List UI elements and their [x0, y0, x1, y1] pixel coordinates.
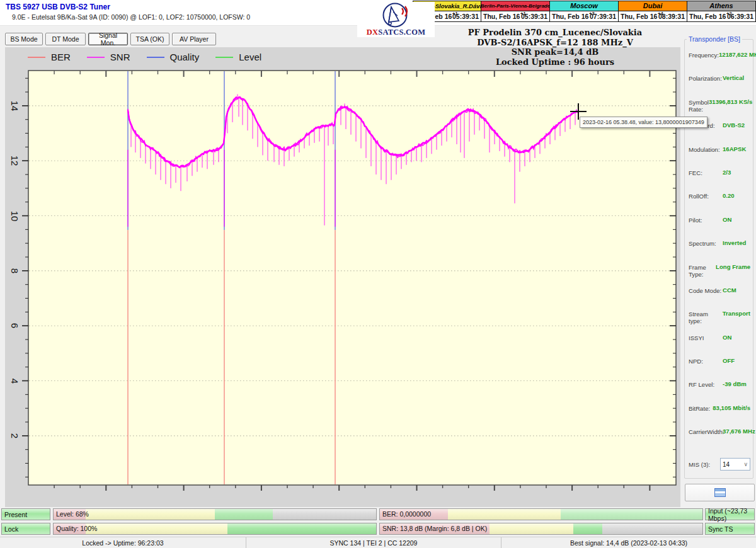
chart-title-line2: DVB-S2/16APSK_f=12 188 MHz_V: [435, 38, 675, 48]
legend-item-level: Level: [215, 52, 261, 62]
transponder-row-value: 0.20: [723, 192, 750, 199]
progress-bar-label: Quality: 100%: [56, 525, 97, 532]
chart-headline: PF Prodelin 370 cm_Lucenec/Slovakia DVB-…: [435, 28, 675, 67]
stream-list-button[interactable]: [685, 484, 755, 501]
transponder-row-label: Pilot:: [689, 216, 723, 224]
tab-av-player[interactable]: AV Player: [172, 33, 216, 45]
clock-city-label: Dubai: [619, 1, 687, 11]
clock-dubai: DubaiThu, Feb 16+408:39:31: [619, 1, 687, 22]
mis-label: MIS (3):: [689, 461, 720, 468]
transponder-row: NPD:OFF: [689, 357, 750, 380]
clock-time-row: Thu, Feb 16+408:39:31: [619, 11, 687, 21]
transponder-row-label: FEC:: [689, 169, 723, 176]
transponder-row-label: Modulation:: [689, 146, 723, 153]
transponder-row-label: Symbol Rate:: [689, 98, 709, 113]
transponder-row-label: Stream type:: [689, 310, 723, 324]
y-axis-tick-label: 2: [9, 426, 21, 445]
logo-wordmark: DXSATCS.COM: [367, 28, 425, 36]
transponder-row: Polarization:Vertical: [689, 74, 750, 98]
transponder-row-value: 16APSK: [723, 146, 750, 152]
transponder-row: FEC:2/3: [689, 169, 750, 192]
statusbar-uptime: Locked -> Uptime: 96:23:03: [0, 537, 246, 548]
progress-bar: Level: 68%: [53, 508, 377, 520]
clock-time-value: 08:39:31: [658, 13, 685, 20]
transponder-row-value: ON: [723, 216, 750, 223]
clock-berlin-paris-vienna-belgrade: Berlin-Paris-Vienna-BelgradeThu, Feb 16+…: [481, 1, 550, 22]
transponder-row: BitRate:83,105 Mbit/s: [689, 404, 750, 428]
satellite-dish-icon: [382, 2, 410, 28]
transponder-row-value: 83,105 Mbit/s: [713, 404, 750, 411]
transponder-row-label: CarrierWidth:: [689, 428, 723, 435]
legend-line-swatch: [28, 57, 45, 58]
clock-time-row: Thu, Feb 16+105:39:31: [481, 11, 549, 21]
transponder-row: RollOff:0.20: [689, 192, 750, 215]
transponder-row: Spectrum:Inverted: [689, 239, 750, 263]
clock-time-row: Thu, Feb 16+206:39:31: [687, 11, 755, 21]
transponder-group-title: Transponder [BS]: [687, 35, 742, 43]
dxsatcs-logo: DXSATCS.COM: [357, 2, 435, 37]
legend-item-snr: SNR: [87, 52, 130, 62]
legend-label: Quality: [170, 52, 200, 62]
y-axis-tick-label: 10: [9, 207, 21, 225]
clock-city-label: Athens: [687, 1, 755, 11]
clock-time-row: Thu, Feb 16+307:39:31: [550, 11, 618, 21]
progress-bar-label: Level: 68%: [56, 510, 89, 518]
clock-time-value: 05:39:31: [521, 13, 547, 20]
transponder-row-value: 2/3: [723, 169, 750, 176]
signal-status-bars: PresentLevel: 68%BER: 0,0000000Input (~2…: [0, 507, 756, 537]
chevron-down-icon: ∨: [743, 461, 748, 467]
transponder-row: Frame Type:Long Frame: [689, 263, 750, 287]
legend-label: SNR: [110, 52, 130, 62]
clock-time-value: 06:39:31: [727, 13, 753, 20]
transponder-row: Stream type:Transport: [689, 310, 750, 333]
progress-bar: Quality: 100%: [53, 523, 377, 535]
chart-legend: BERSNRQualityLevel: [28, 52, 261, 62]
statusbar: Locked -> Uptime: 96:23:03 SYNC 134 | TE…: [0, 537, 756, 548]
world-clocks: Lučenec-Slovakia_R.DávidThu, Feb 16+105:…: [413, 1, 756, 22]
clock-city-label: Berlin-Paris-Vienna-Belgrade: [481, 1, 549, 11]
signal-chart-panel: BERSNRQualityLevel 1412108642 2023-02-16…: [5, 47, 680, 507]
progress-bar-gloss: [54, 509, 376, 520]
transponder-row-label: Code Mode:: [689, 287, 723, 294]
transponder-row: RF Level:-39 dBm: [689, 380, 750, 404]
tab-dt-mode[interactable]: DT Mode: [45, 33, 86, 45]
y-axis-tick-label: 12: [9, 151, 21, 170]
status-badge-sync-ts: Sync TS: [705, 523, 755, 535]
transponder-row-label: Frame Type:: [689, 263, 716, 278]
y-axis-tick-label: 8: [9, 261, 21, 280]
transponder-rows: Frequency:12187,622 MHzPolarization:Vert…: [689, 51, 750, 452]
clock-time-value: 05:39:31: [452, 13, 479, 20]
status-badge-input-mbps-: Input (~23,73 Mbps): [705, 508, 755, 520]
transponder-row: Code Mode:CCM: [689, 287, 750, 310]
transponder-row-value: Transport: [723, 310, 750, 317]
progress-bar-label: BER: 0,0000000: [382, 510, 431, 518]
transponder-row: Pilot:ON: [689, 216, 750, 239]
tab-bs-mode[interactable]: BS Mode: [5, 33, 43, 45]
transponder-row-value: -39 dBm: [723, 380, 750, 387]
transponder-row: Frequency:12187,622 MHz: [689, 51, 750, 74]
transponder-groupbox: Frequency:12187,622 MHzPolarization:Vert…: [684, 39, 753, 479]
tab-signal-mon-[interactable]: Signal Mon.: [88, 33, 128, 45]
transponder-row-label: NPD:: [689, 357, 723, 365]
transponder-row-label: ISSYI: [689, 334, 723, 341]
status-badge-present: Present: [1, 508, 50, 520]
clock-moscow: MoscowThu, Feb 16+307:39:31: [550, 1, 619, 22]
chart-title-line1: PF Prodelin 370 cm_Lucenec/Slovakia: [435, 28, 675, 38]
window-subtitle: 9.0E - Eutelsat 9B/Ka-Sat 9A (ID: 0090) …: [12, 13, 250, 21]
transponder-row-value: OFF: [723, 357, 750, 364]
transponder-row: Modulation:16APSK: [689, 146, 750, 169]
clock-city-label: Moscow: [550, 1, 618, 11]
transponder-row-value: CCM: [723, 287, 750, 294]
transponder-row-value: 31396,813 KS/s: [709, 98, 752, 105]
transponder-row-value: 37,676 MHz: [723, 428, 755, 435]
clock-date: Thu, Feb 16: [552, 13, 588, 20]
progress-bar-label: SNR: 13,8 dB (Margin: 6,8 dB | OK): [382, 525, 487, 532]
legend-label: BER: [51, 52, 71, 62]
clock-date: Thu, Feb 16: [483, 13, 520, 20]
chart-title-line3: SNR peak=14,4 dB: [435, 47, 675, 57]
transponder-row-value: Inverted: [723, 239, 750, 246]
tab-tsa-ok-[interactable]: TSA (OK): [130, 33, 169, 45]
y-axis-tick-label: 6: [9, 316, 21, 335]
mis-select[interactable]: 14 ∨: [720, 458, 750, 471]
transponder-row-label: Spectrum:: [689, 239, 723, 247]
